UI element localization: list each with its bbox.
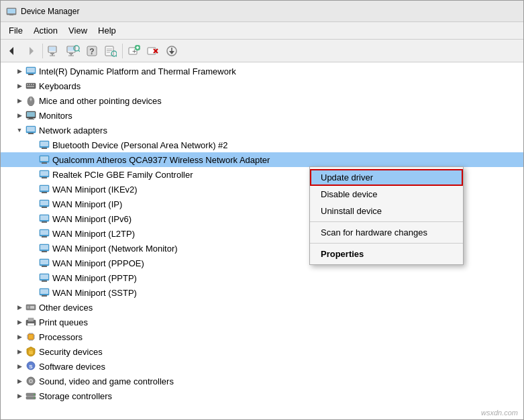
ctx-properties[interactable]: Properties — [310, 246, 463, 262]
label-wan-pptp: WAN Miniport (PPTP) — [52, 273, 137, 283]
expand-monitors[interactable]: ▶ — [14, 110, 25, 121]
icon-mice — [25, 95, 37, 107]
icon-wan-ikev2 — [38, 183, 50, 195]
help-button[interactable]: ? — [83, 42, 101, 60]
tree-item-qualcomm[interactable]: Qualcomm Atheros QCA9377 Wireless Networ… — [1, 152, 523, 167]
label-wan-sstp: WAN Miniport (SSTP) — [52, 288, 137, 298]
download-button[interactable] — [163, 42, 180, 60]
label-qualcomm: Qualcomm Atheros QCA9377 Wireless Networ… — [52, 155, 270, 165]
svg-rect-55 — [28, 133, 34, 134]
label-other: Other devices — [39, 303, 93, 313]
tree-item-bluetooth[interactable]: Bluetooth Device (Personal Area Network)… — [1, 138, 523, 152]
icon-realtek — [38, 168, 50, 180]
svg-rect-93 — [28, 318, 34, 321]
icon-software: S — [25, 360, 37, 372]
label-bluetooth: Bluetooth Device (Personal Area Network)… — [52, 140, 228, 150]
svg-line-16 — [78, 50, 80, 52]
ctx-update-driver[interactable]: Update driver — [310, 169, 463, 186]
svg-rect-70 — [42, 207, 47, 208]
menu-view[interactable]: View — [63, 23, 93, 38]
title-bar: Device Manager — [1, 1, 523, 22]
expand-sound[interactable]: ▶ — [14, 376, 25, 386]
label-print: Print queues — [39, 317, 88, 327]
menu-bar: File Action View Help — [1, 22, 523, 40]
svg-text:?: ? — [89, 47, 94, 56]
tree-item-software[interactable]: ▶ S Software devices — [1, 359, 523, 374]
icon-monitors — [25, 109, 37, 121]
tree-item-print[interactable]: ▶ Print queues — [1, 315, 523, 329]
expand-storage[interactable]: ▶ — [14, 390, 25, 401]
tree-item-mice[interactable]: ▶ Mice and other pointing devices — [1, 93, 523, 108]
ctx-uninstall-device[interactable]: Uninstall device — [310, 203, 463, 219]
expand-keyboards[interactable]: ▶ — [14, 81, 25, 91]
label-mice: Mice and other pointing devices — [39, 96, 162, 106]
svg-rect-52 — [28, 119, 34, 119]
tree-item-other[interactable]: ▶ Other devices — [1, 300, 523, 315]
add-driver-button[interactable]: + — [125, 42, 143, 60]
tree-item-intel[interactable]: ▶ Intel(R) Dynamic Platform and Thermal … — [1, 64, 523, 78]
tree-item-security[interactable]: ▶ Security devices — [1, 344, 523, 359]
svg-rect-42 — [29, 84, 30, 85]
back-button[interactable] — [3, 42, 21, 60]
svg-rect-91 — [30, 306, 34, 309]
label-realtek: Realtek PCIe GBE Family Controller — [52, 170, 193, 180]
expand-bluetooth — [28, 140, 38, 150]
tree-item-sound[interactable]: ▶ Sound, video and game controllers — [1, 374, 523, 388]
svg-rect-44 — [33, 84, 34, 85]
ctx-scan-hardware[interactable]: Scan for hardware changes — [310, 224, 463, 241]
svg-rect-75 — [40, 230, 48, 235]
content-area: ▶ Intel(R) Dynamic Platform and Thermal … — [1, 62, 523, 419]
svg-marker-3 — [9, 47, 13, 55]
ctx-sep-1 — [310, 221, 463, 222]
svg-rect-63 — [40, 171, 48, 176]
expand-network[interactable]: ▼ — [14, 125, 25, 136]
svg-point-115 — [30, 380, 32, 382]
tree-item-network[interactable]: ▼ Network adapters — [1, 123, 523, 138]
toolbar-sep-1 — [42, 44, 43, 58]
help2-button[interactable] — [102, 42, 119, 60]
tree-item-monitors[interactable]: ▶ Monitors — [1, 108, 523, 123]
label-wan-ikev2: WAN Miniport (IKEv2) — [52, 185, 138, 195]
icon-print — [25, 316, 37, 328]
svg-rect-1 — [7, 9, 15, 13]
label-wan-pppoe: WAN Miniport (PPPOE) — [52, 258, 144, 268]
menu-file[interactable]: File — [3, 23, 28, 38]
label-software: Software devices — [39, 362, 105, 372]
svg-rect-57 — [40, 142, 48, 146]
svg-rect-13 — [70, 54, 72, 55]
svg-rect-2 — [9, 15, 13, 15]
tree-item-wan-pptp[interactable]: WAN Miniport (PPTP) — [1, 270, 523, 285]
tree-item-storage[interactable]: ▶ Storage controllers — [1, 388, 523, 403]
svg-rect-88 — [42, 295, 47, 297]
menu-action[interactable]: Action — [28, 23, 63, 38]
label-wan-ipv6: WAN Miniport (IPv6) — [52, 214, 132, 224]
expand-print[interactable]: ▶ — [14, 317, 25, 327]
svg-rect-82 — [42, 266, 47, 267]
svg-point-117 — [34, 394, 35, 395]
svg-rect-45 — [27, 86, 34, 87]
icon-sound — [25, 375, 37, 387]
svg-rect-31 — [148, 48, 156, 54]
scan-button[interactable] — [64, 42, 82, 60]
expand-processors[interactable]: ▶ — [14, 331, 25, 342]
icon-wan-netmon — [38, 242, 50, 254]
label-processors: Processors — [39, 332, 83, 342]
expand-other[interactable]: ▶ — [14, 302, 25, 313]
properties-button[interactable] — [46, 42, 63, 60]
expand-mice[interactable]: ▶ — [14, 95, 25, 106]
label-sound: Sound, video and game controllers — [39, 376, 174, 386]
expand-security[interactable]: ▶ — [14, 346, 25, 357]
svg-rect-39 — [28, 74, 34, 75]
expand-intel[interactable]: ▶ — [14, 66, 25, 76]
tree-item-processors[interactable]: ▶ — [1, 329, 523, 344]
label-network: Network adapters — [39, 125, 107, 136]
svg-line-25 — [116, 56, 117, 57]
tree-item-wan-sstp[interactable]: WAN Miniport (SSTP) — [1, 285, 523, 300]
delete-button[interactable] — [144, 42, 162, 60]
svg-rect-79 — [42, 251, 47, 252]
tree-item-keyboards[interactable]: ▶ Keyboards — [1, 78, 523, 93]
ctx-disable-device[interactable]: Disable device — [310, 186, 463, 203]
menu-help[interactable]: Help — [93, 23, 121, 38]
forward-button[interactable] — [22, 42, 40, 60]
expand-software[interactable]: ▶ — [14, 361, 25, 372]
